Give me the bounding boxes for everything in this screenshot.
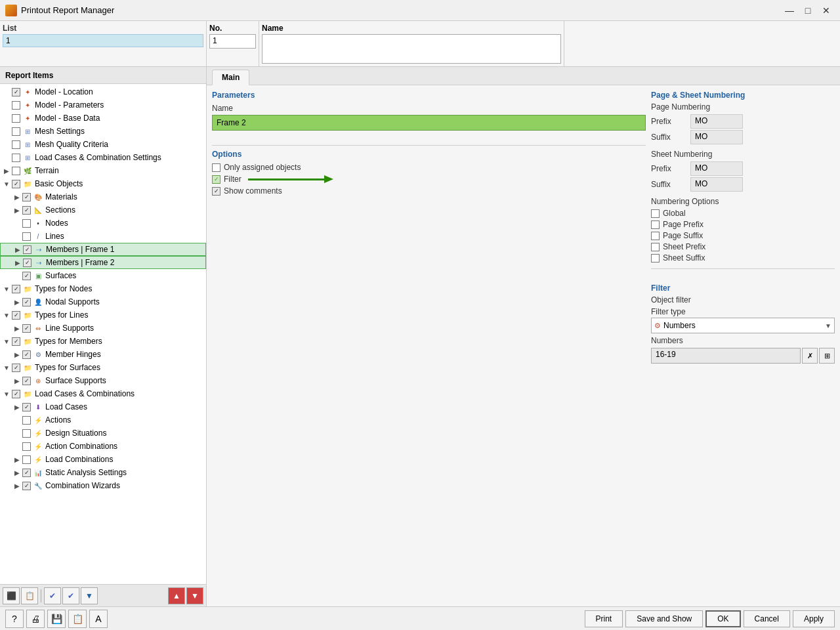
- expander-lines[interactable]: [13, 232, 21, 240]
- only-assigned-checkbox[interactable]: [212, 163, 220, 172]
- numbers-select-btn[interactable]: ✗: [802, 348, 818, 364]
- tree-item-actions[interactable]: ⚡Actions: [0, 413, 206, 427]
- param-name-input[interactable]: [212, 115, 646, 131]
- expander-mesh-quality[interactable]: [3, 140, 10, 148]
- expander-materials[interactable]: ▶: [13, 193, 21, 201]
- tree-item-materials[interactable]: ▶🎨Materials: [0, 190, 206, 203]
- tree-item-mesh-settings[interactable]: ⊞Mesh Settings: [0, 125, 206, 138]
- expander-basic-objects[interactable]: ▼: [3, 180, 10, 188]
- expander-member-hinges[interactable]: ▶: [13, 350, 21, 358]
- checkbox-members-frame1[interactable]: [23, 245, 32, 254]
- expander-nodal-supports[interactable]: ▶: [13, 298, 21, 306]
- expander-types-members[interactable]: ▼: [3, 337, 10, 345]
- checkbox-lines[interactable]: [22, 232, 31, 241]
- tree-item-types-lines[interactable]: ▼📁Types for Lines: [0, 308, 206, 322]
- save-and-show-button[interactable]: Save and Show: [625, 610, 703, 627]
- tree-item-surfaces[interactable]: ▣Surfaces: [0, 269, 206, 282]
- tree-item-mesh-quality[interactable]: ⊞Mesh Quality Criteria: [0, 138, 206, 151]
- checkbox-load-cases-combinations[interactable]: [12, 390, 20, 398]
- expander-load-combinations[interactable]: ▶: [13, 455, 21, 463]
- expander-line-supports[interactable]: ▶: [13, 324, 21, 332]
- checkbox-line-supports[interactable]: [22, 324, 31, 333]
- tree-item-members-frame1[interactable]: ▶⇢Members | Frame 1: [0, 243, 206, 256]
- list-item[interactable]: 1: [3, 34, 203, 47]
- expander-combination-wizards[interactable]: ▶: [13, 482, 21, 490]
- expander-surfaces[interactable]: [13, 272, 21, 280]
- toolbar-down-btn[interactable]: ▼: [186, 587, 203, 604]
- tree-item-static-analysis[interactable]: ▶📊Static Analysis Settings: [0, 466, 206, 479]
- tree-item-members-frame2[interactable]: ▶⇢Members | Frame 2: [0, 256, 206, 269]
- tree-item-types-members[interactable]: ▼📁Types for Members: [0, 335, 206, 348]
- checkbox-surface-supports[interactable]: [22, 377, 31, 385]
- minimize-button[interactable]: —: [781, 3, 798, 18]
- expander-actions[interactable]: [13, 416, 21, 424]
- tree-item-sections[interactable]: ▶📐Sections: [0, 203, 206, 217]
- checkbox-design-situations[interactable]: [22, 429, 31, 438]
- numbers-table-btn[interactable]: ⊞: [819, 348, 835, 364]
- expander-design-situations[interactable]: [13, 429, 21, 437]
- tree-item-basic-objects[interactable]: ▼📁Basic Objects: [0, 177, 206, 190]
- page-suffix-checkbox[interactable]: [651, 232, 660, 240]
- checkbox-basic-objects[interactable]: [12, 180, 20, 188]
- ok-button[interactable]: OK: [705, 610, 740, 627]
- checkbox-model-parameters[interactable]: [12, 101, 20, 110]
- checkbox-sections[interactable]: [22, 206, 31, 215]
- filter-checkbox[interactable]: [212, 175, 220, 184]
- checkbox-actions[interactable]: [22, 416, 31, 425]
- expander-load-cases[interactable]: ▶: [13, 403, 21, 411]
- tree-item-surface-supports[interactable]: ▶⊛Surface Supports: [0, 374, 206, 387]
- expander-terrain[interactable]: ▶: [3, 167, 10, 175]
- tree-item-nodal-supports[interactable]: ▶👤Nodal Supports: [0, 295, 206, 308]
- checkbox-materials[interactable]: [22, 193, 31, 201]
- expander-mesh-settings[interactable]: [3, 127, 10, 135]
- checkbox-mesh-quality[interactable]: [12, 140, 20, 149]
- expander-action-combinations[interactable]: [13, 442, 21, 450]
- tree-item-load-cases-combo[interactable]: ⊞Load Cases & Combination Settings: [0, 151, 206, 164]
- sheet-prefix-opt-checkbox[interactable]: [651, 243, 660, 251]
- tree-item-load-combinations[interactable]: ▶⚡Load Combinations: [0, 453, 206, 466]
- tree-item-types-surfaces[interactable]: ▼📁Types for Surfaces: [0, 361, 206, 374]
- expander-load-cases-combo[interactable]: [3, 154, 10, 161]
- tree-item-lines[interactable]: /Lines: [0, 230, 206, 243]
- tree-item-combination-wizards[interactable]: ▶🔧Combination Wizards: [0, 479, 206, 492]
- tree-item-line-supports[interactable]: ▶⇔Line Supports: [0, 322, 206, 335]
- checkbox-load-combinations[interactable]: [22, 455, 31, 464]
- checkbox-nodal-supports[interactable]: [22, 298, 31, 306]
- expander-nodes[interactable]: [13, 219, 21, 227]
- expander-types-surfaces[interactable]: ▼: [3, 364, 10, 371]
- tree-item-model-basedata[interactable]: ✦Model - Base Data: [0, 112, 206, 125]
- checkbox-model-basedata[interactable]: [12, 114, 20, 123]
- expander-types-lines[interactable]: ▼: [3, 311, 10, 319]
- expander-model-location[interactable]: [3, 88, 10, 96]
- checkbox-members-frame2[interactable]: [23, 259, 32, 267]
- expander-sections[interactable]: ▶: [13, 206, 21, 214]
- tab-main[interactable]: Main: [212, 70, 249, 85]
- expander-model-parameters[interactable]: [3, 101, 10, 109]
- checkbox-combination-wizards[interactable]: [22, 482, 31, 490]
- checkbox-action-combinations[interactable]: [22, 442, 31, 451]
- show-comments-checkbox[interactable]: [212, 187, 220, 196]
- apply-button[interactable]: Apply: [793, 610, 835, 627]
- toolbar-check-btn[interactable]: ✔: [44, 587, 61, 604]
- checkbox-member-hinges[interactable]: [22, 350, 31, 359]
- page-prefix-checkbox[interactable]: [651, 220, 660, 229]
- checkbox-types-lines[interactable]: [12, 311, 20, 320]
- tree-item-model-location[interactable]: ✦Model - Location: [0, 85, 206, 98]
- toolbar-copy-btn[interactable]: ⬛: [3, 587, 20, 604]
- tree-item-design-situations[interactable]: ⚡Design Situations: [0, 427, 206, 440]
- print-small-btn[interactable]: 🖨: [26, 610, 45, 628]
- tree-item-model-parameters[interactable]: ✦Model - Parameters: [0, 98, 206, 112]
- filter-type-dropdown[interactable]: ⚙ Numbers ▼: [651, 318, 835, 333]
- checkbox-terrain[interactable]: [12, 167, 20, 175]
- toolbar-uncheck-btn[interactable]: ✔: [62, 587, 79, 604]
- checkbox-static-analysis[interactable]: [22, 469, 31, 477]
- checkbox-model-location[interactable]: [12, 88, 20, 96]
- help-btn[interactable]: ?: [5, 610, 24, 628]
- cancel-button[interactable]: Cancel: [744, 610, 790, 627]
- expander-members-frame2[interactable]: ▶: [14, 259, 22, 266]
- checkbox-types-nodes[interactable]: [12, 285, 20, 293]
- checkbox-nodes[interactable]: [22, 219, 31, 228]
- tree-item-nodes[interactable]: •Nodes: [0, 217, 206, 230]
- expander-load-cases-combinations[interactable]: ▼: [3, 390, 10, 398]
- expander-members-frame1[interactable]: ▶: [14, 245, 22, 253]
